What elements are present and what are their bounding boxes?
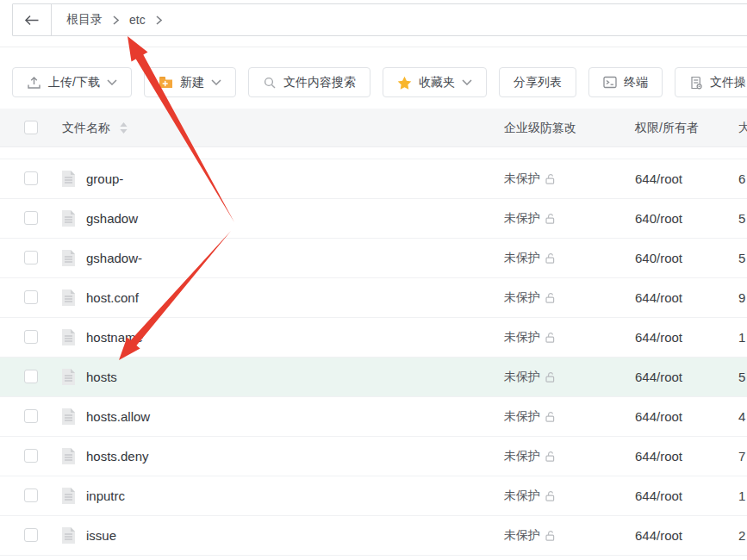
lock-open-icon — [545, 173, 557, 185]
back-button[interactable] — [13, 4, 52, 35]
file-name[interactable]: hosts.deny — [86, 437, 149, 476]
lock-open-icon — [545, 530, 557, 542]
folder-plus-icon — [159, 76, 173, 89]
file-name[interactable]: hosts — [86, 358, 117, 396]
row-checkbox[interactable] — [24, 211, 38, 225]
column-header-filename[interactable]: 文件名称 — [62, 109, 110, 146]
breadcrumb-bar: 根目录etc — [12, 3, 747, 36]
file-name[interactable]: issue — [86, 516, 116, 555]
file-name[interactable]: group- — [86, 159, 123, 198]
file-size: 1 — [738, 476, 745, 515]
row-checkbox[interactable] — [24, 409, 38, 423]
row-checkbox[interactable] — [24, 290, 38, 304]
permission-owner: 644/root — [635, 159, 682, 198]
file-size: 6 — [738, 159, 745, 198]
tamper-label: 未保护 — [504, 488, 540, 504]
file-row-gshadow-[interactable]: gshadow-未保护640/root5 — [0, 238, 747, 277]
column-header-tamper: 企业级防篡改 — [504, 109, 576, 146]
toolbar-button-上传/下载[interactable]: 上传/下载 — [12, 67, 132, 97]
tamper-status[interactable]: 未保护 — [504, 437, 557, 476]
file-name[interactable]: gshadow- — [86, 239, 142, 277]
tamper-label: 未保护 — [504, 211, 540, 227]
row-checkbox[interactable] — [24, 449, 38, 463]
file-row-hosts.deny[interactable]: hosts.deny未保护644/root7 — [0, 436, 747, 476]
file-icon — [60, 289, 77, 310]
file-size: 2 — [738, 516, 745, 555]
upload-icon — [27, 76, 41, 90]
permission-owner: 644/root — [635, 476, 682, 515]
tamper-status[interactable]: 未保护 — [504, 397, 557, 436]
breadcrumb-item-根目录[interactable]: 根目录 — [66, 12, 103, 28]
select-all-checkbox[interactable] — [24, 121, 38, 134]
toolbar-button-label: 文件内容搜索 — [283, 75, 356, 90]
file-row-partial[interactable] — [0, 555, 747, 560]
row-checkbox[interactable] — [24, 488, 38, 502]
star-icon — [397, 76, 412, 90]
file-row-host.conf[interactable]: host.conf未保护644/root9 — [0, 277, 747, 317]
lock-open-icon — [545, 490, 557, 502]
column-header-perm: 权限/所有者 — [635, 109, 699, 146]
file-row-gshadow[interactable]: gshadow未保护640/root5 — [0, 198, 747, 238]
file-size: 5 — [738, 199, 745, 238]
permission-owner: 644/root — [635, 278, 682, 317]
row-checkbox[interactable] — [24, 528, 38, 542]
tamper-status[interactable]: 未保护 — [504, 159, 557, 198]
breadcrumb-item-etc[interactable]: etc — [129, 13, 146, 27]
row-checkbox[interactable] — [24, 370, 38, 383]
toolbar-button-label: 收藏夹 — [419, 75, 455, 90]
file-icon — [60, 209, 77, 231]
tamper-status[interactable]: 未保护 — [504, 239, 557, 277]
file-icon — [60, 170, 77, 191]
terminal-icon — [603, 76, 617, 89]
divider — [0, 47, 747, 47]
file-icon — [60, 487, 77, 508]
toolbar-button-label: 终端 — [624, 75, 648, 90]
lock-open-icon — [545, 451, 557, 463]
file-name[interactable]: hostname — [86, 318, 143, 357]
tamper-status[interactable]: 未保护 — [504, 516, 557, 555]
row-checkbox[interactable] — [24, 251, 38, 264]
arrow-left-icon — [24, 15, 40, 26]
file-icon — [60, 526, 77, 548]
file-name[interactable]: inputrc — [86, 476, 125, 515]
file-name[interactable]: host.conf — [86, 278, 139, 317]
breadcrumb: 根目录etc — [52, 4, 162, 35]
chevron-right-icon — [156, 16, 162, 25]
file-row-issue[interactable]: issue未保护644/root2 — [0, 515, 747, 555]
file-toolbar: 上传/下载新建文件内容搜索收藏夹分享列表终端文件操 — [12, 67, 747, 97]
toolbar-button-文件内容搜索[interactable]: 文件内容搜索 — [248, 67, 370, 97]
toolbar-button-新建[interactable]: 新建 — [144, 67, 236, 97]
file-row-hostname[interactable]: hostname未保护644/root1 — [0, 317, 747, 357]
toolbar-button-label: 上传/下载 — [48, 75, 100, 90]
sort-icon[interactable] — [120, 122, 128, 136]
tamper-label: 未保护 — [504, 290, 540, 306]
file-row-hosts[interactable]: hosts未保护644/root5 — [0, 357, 747, 396]
tamper-status[interactable]: 未保护 — [504, 278, 557, 317]
tamper-status[interactable]: 未保护 — [504, 318, 557, 357]
tamper-status[interactable]: 未保护 — [504, 199, 557, 238]
toolbar-button-收藏夹[interactable]: 收藏夹 — [383, 67, 487, 97]
row-checkbox[interactable] — [24, 171, 38, 185]
tamper-status[interactable]: 未保护 — [504, 358, 557, 396]
toolbar-button-label: 新建 — [180, 75, 204, 90]
file-row-group-[interactable]: group-未保护644/root6 — [0, 159, 747, 198]
tamper-label: 未保护 — [504, 251, 540, 266]
file-row-inputrc[interactable]: inputrc未保护644/root1 — [0, 476, 747, 515]
file-size: 5 — [738, 358, 745, 396]
toolbar-button-文件操[interactable]: 文件操 — [675, 67, 747, 97]
tamper-label: 未保护 — [504, 449, 540, 464]
file-row-hosts.allow[interactable]: hosts.allow未保护644/root4 — [0, 396, 747, 436]
filedoc-icon — [689, 76, 703, 90]
permission-owner: 640/root — [635, 199, 682, 238]
permission-owner: 644/root — [635, 318, 682, 357]
file-size: 9 — [738, 278, 745, 317]
permission-owner: 644/root — [635, 437, 682, 476]
tamper-status[interactable]: 未保护 — [504, 476, 557, 515]
file-name[interactable]: hosts.allow — [86, 397, 150, 436]
toolbar-button-label: 分享列表 — [514, 75, 562, 90]
toolbar-button-分享列表[interactable]: 分享列表 — [499, 67, 576, 97]
toolbar-button-终端[interactable]: 终端 — [588, 67, 663, 97]
chevron-down-icon — [107, 79, 117, 85]
file-name[interactable]: gshadow — [86, 199, 138, 238]
row-checkbox[interactable] — [24, 330, 38, 344]
